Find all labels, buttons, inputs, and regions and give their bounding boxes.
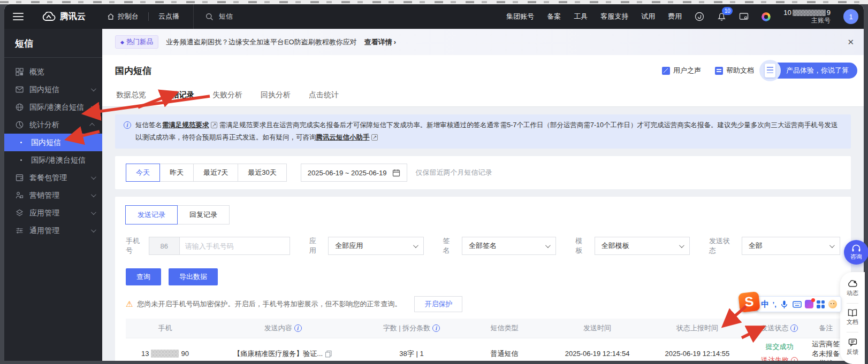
tab-send-records[interactable]: 发送记录 — [125, 205, 178, 224]
ime-menu-icon[interactable] — [817, 300, 825, 308]
search-value: 短信 — [219, 12, 233, 21]
sidebar-title: 短信 — [4, 29, 102, 57]
keyboard-icon[interactable] — [793, 300, 802, 309]
copy-icon[interactable] — [325, 350, 332, 358]
phone-input[interactable] — [180, 237, 290, 255]
enable-protection-button[interactable]: 开启保护 — [414, 296, 462, 312]
sidebar-item-domestic-sms[interactable]: 国内短信 — [4, 81, 102, 98]
sidebar-item-general-mgmt[interactable]: 通用管理 — [4, 222, 102, 239]
spec-requirement-link[interactable]: 需满足规范要求 — [162, 121, 209, 129]
sidebar-subitem-intl-sms[interactable]: 国际/港澳台短信 — [4, 151, 102, 169]
org-icon — [15, 191, 24, 200]
notifications-bell-icon[interactable]: 10 — [717, 12, 726, 21]
table-row: 1390 【痛康精准医疗服务】验证... 38字 | 1 普通短信 2025-0… — [126, 338, 840, 361]
nav-link-icp[interactable]: 备案 — [547, 12, 561, 21]
col-phone: 手机 — [126, 323, 204, 333]
docs-button[interactable]: 文档 — [847, 309, 858, 326]
warning-icon: ⚠ — [126, 299, 133, 309]
feedback-pen-icon — [662, 67, 670, 75]
quick-date-30days[interactable]: 最近30天 — [238, 164, 286, 182]
quick-date-group: 今天 昨天 最近7天 最近30天 — [126, 164, 287, 182]
tab-failure-analysis[interactable]: 失败分析 — [211, 87, 243, 106]
filter-row: 手机号 86 应用 全部应用 签名 全部签名 — [126, 236, 840, 255]
col-send-time: 发送时间 — [547, 323, 648, 333]
consult-button[interactable]: 咨询 — [844, 240, 868, 265]
quick-date-7days[interactable]: 最近7天 — [193, 164, 238, 182]
error-icon[interactable] — [791, 357, 798, 361]
query-button[interactable]: 查询 — [126, 268, 161, 285]
background-window-strip — [0, 0, 868, 4]
tab-data-overview[interactable]: 数据总览 — [115, 87, 147, 106]
chars-cell: 38字 | 1 — [362, 349, 462, 359]
nav-link-group-account[interactable]: 集团账号 — [506, 12, 534, 21]
country-code-box[interactable]: 86 — [149, 237, 180, 255]
feedback-button[interactable]: 反馈 — [847, 338, 858, 356]
sidebar-item-overview[interactable]: 概览 — [4, 63, 102, 81]
chevron-down-icon — [91, 86, 96, 91]
account-info[interactable]: 109 主账号 — [783, 9, 831, 25]
ime-punctuation-toggle[interactable]: ’, — [773, 300, 776, 308]
sogou-logo[interactable]: S — [738, 291, 760, 313]
menu-icon[interactable] — [13, 13, 24, 20]
sms-assistant-link[interactable]: 腾讯云短信小助手 — [316, 134, 370, 141]
export-button[interactable]: 导出数据 — [169, 268, 218, 285]
sidebar-item-statistics[interactable]: 统计分析 — [4, 116, 102, 134]
emoji-icon[interactable] — [828, 300, 837, 308]
col-report-time: 状态上报时间 — [648, 323, 748, 333]
close-icon[interactable]: ✕ — [847, 37, 854, 47]
template-select[interactable]: 全部模板 — [595, 237, 690, 255]
colorful-assistant-icon[interactable] — [762, 12, 771, 21]
voucher-icon[interactable] — [695, 12, 704, 21]
global-search[interactable]: 短信 — [193, 4, 386, 29]
sidebar-subitem-domestic-sms[interactable]: 国内短信 — [4, 134, 102, 151]
sign-select[interactable]: 全部签名 — [462, 237, 556, 255]
tab-sms-records[interactable]: 短信记录 — [163, 87, 195, 106]
external-link-icon[interactable]: ↗ — [371, 134, 378, 141]
console-link[interactable]: 控制台 — [107, 12, 139, 21]
nav-link-tools[interactable]: 工具 — [574, 12, 588, 21]
sidebar-item-package-mgmt[interactable]: 套餐包管理 — [4, 169, 102, 187]
tencent-cloud-logo[interactable]: 腾讯云 — [42, 11, 86, 22]
book-icon — [848, 309, 857, 316]
sidebar-item-app-mgmt[interactable]: 应用管理 — [4, 204, 102, 222]
divider — [4, 57, 102, 58]
user-voice-link[interactable]: 用户之声 — [662, 66, 701, 75]
microphone-icon[interactable] — [780, 300, 789, 309]
records-table: 手机 发送内容 字数 | 拆分条数 短信类型 发送时间 状态上报时间 发送状态 … — [126, 319, 840, 361]
external-link-icon[interactable]: ↗ — [211, 122, 217, 128]
app-select[interactable]: 全部应用 — [328, 237, 423, 255]
chevron-down-icon — [91, 210, 96, 215]
sidebar-item-marketing-mgmt[interactable]: 营销管理 — [4, 187, 102, 204]
sidebar-item-intl-sms[interactable]: 国际/港澳台短信 — [4, 98, 102, 116]
send-status-select[interactable]: 全部 — [742, 237, 840, 255]
product-tab-vod[interactable]: 云点播 — [158, 12, 179, 21]
avatar[interactable]: 1 — [843, 9, 858, 24]
info-icon[interactable] — [432, 324, 440, 332]
nav-link-trial[interactable]: 试用 — [641, 12, 655, 21]
date-range-picker[interactable]: 2025-06-19 ~ 2025-06-19 — [301, 164, 407, 182]
tab-reply-records[interactable]: 回复记录 — [177, 205, 230, 224]
chevron-down-icon — [679, 243, 684, 248]
tab-click-stats[interactable]: 点击统计 — [308, 87, 340, 106]
quick-date-yesterday[interactable]: 昨天 — [159, 164, 194, 182]
help-docs-link[interactable]: 帮助文档 — [715, 66, 754, 75]
content-cell: 【痛康精准医疗服务】验证... — [204, 349, 362, 359]
nav-link-support[interactable]: 客服支持 — [600, 12, 628, 21]
ime-language-toggle[interactable]: 中 — [761, 299, 769, 309]
product-experience-button[interactable]: 产品体验，你说了算 — [768, 63, 857, 79]
info-icon[interactable] — [294, 324, 302, 332]
console-settings-icon[interactable] — [739, 12, 749, 21]
quick-date-today[interactable]: 今天 — [126, 164, 160, 182]
send-time-cell: 2025-06-19 12:14:54 — [547, 350, 648, 358]
calendar-icon — [392, 169, 400, 177]
headset-icon — [851, 244, 861, 252]
nav-link-billing[interactable]: 费用 — [668, 12, 682, 21]
skin-palette-icon[interactable] — [805, 300, 813, 308]
tab-receipt-analysis[interactable]: 回执分析 — [260, 87, 292, 106]
info-icon[interactable] — [790, 324, 798, 332]
promo-detail-link[interactable]: 查看详情› — [364, 37, 396, 47]
floating-toolbar: 动态 文档 反馈 — [840, 272, 865, 364]
cloud-refresh-icon — [848, 280, 857, 288]
news-button[interactable]: 动态 — [847, 280, 858, 297]
info-icon — [124, 121, 131, 129]
